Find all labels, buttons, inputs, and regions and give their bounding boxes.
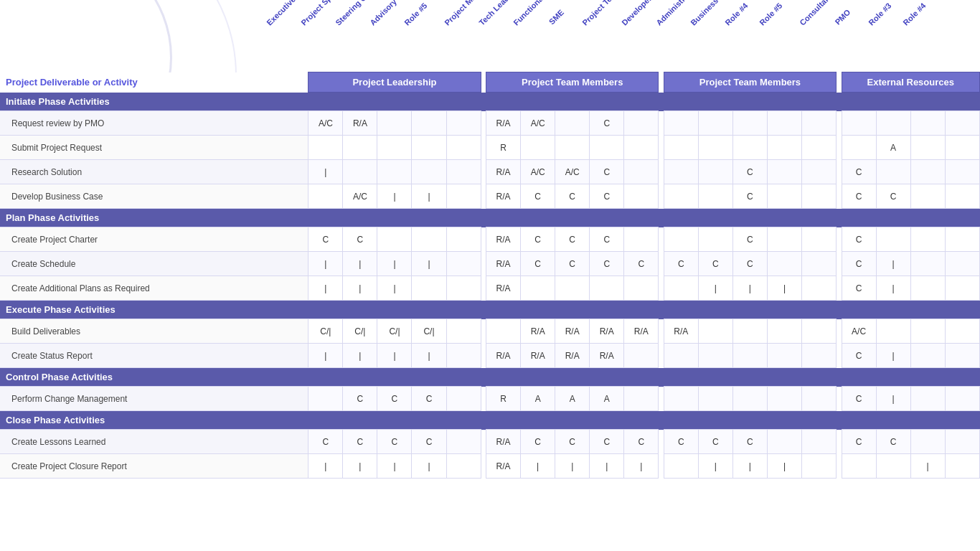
val-cell: | xyxy=(732,454,767,479)
sep xyxy=(837,252,842,276)
val-cell xyxy=(910,160,945,184)
val-cell: R/A xyxy=(486,184,521,209)
diagonal-header-row: Role Executive Sponsor Project Sponsor S… xyxy=(0,0,980,72)
val-cell: C xyxy=(732,184,767,209)
val-cell xyxy=(945,252,979,276)
sep xyxy=(837,184,842,209)
sep xyxy=(659,160,664,184)
sep xyxy=(659,184,664,209)
val-cell xyxy=(910,227,945,252)
group-leadership: Project Leadership xyxy=(308,72,481,93)
val-cell: | xyxy=(521,454,555,479)
phase-row-3: Control Phase Activities xyxy=(0,368,980,387)
sep xyxy=(659,227,664,252)
diag-col-18: Role #4 xyxy=(945,0,979,72)
val-cell xyxy=(590,276,624,301)
val-cell xyxy=(910,430,945,454)
phase-label-2: Execute Phase Activities xyxy=(0,301,980,319)
group-header-row: Project Deliverable or Activity Project … xyxy=(0,72,980,93)
val-cell xyxy=(446,430,481,454)
val-cell: C xyxy=(876,184,910,209)
val-cell: | xyxy=(624,454,659,479)
val-cell xyxy=(801,227,836,252)
table-row: Perform Change ManagementCCCRAAAC| xyxy=(0,387,980,411)
val-cell: | xyxy=(308,344,343,368)
val-cell xyxy=(910,319,945,344)
val-cell xyxy=(801,454,836,479)
val-cell: R/A xyxy=(590,319,624,344)
val-cell xyxy=(910,252,945,276)
sep xyxy=(837,160,842,184)
val-cell: | xyxy=(377,344,412,368)
phase-label-4: Close Phase Activities xyxy=(0,411,980,430)
val-cell xyxy=(664,387,698,411)
val-cell xyxy=(698,387,732,411)
val-cell: A/C xyxy=(343,184,377,209)
val-cell: C xyxy=(308,430,343,454)
val-cell: | xyxy=(876,252,910,276)
val-cell xyxy=(446,111,481,136)
table-row: Research Solution|R/AA/CA/CCCC xyxy=(0,160,980,184)
sep xyxy=(659,136,664,160)
activity-cell: Research Solution xyxy=(0,160,308,184)
val-cell: R/A xyxy=(624,319,659,344)
val-cell xyxy=(624,276,659,301)
val-cell: A/C xyxy=(555,160,590,184)
val-cell xyxy=(767,227,801,252)
val-cell xyxy=(698,344,732,368)
val-cell xyxy=(732,136,767,160)
val-cell xyxy=(732,344,767,368)
val-cell: C xyxy=(732,227,767,252)
val-cell: R/A xyxy=(486,227,521,252)
val-cell: C xyxy=(521,252,555,276)
val-cell: C xyxy=(732,252,767,276)
val-cell: C xyxy=(590,430,624,454)
val-cell: C xyxy=(308,227,343,252)
val-cell: | xyxy=(555,454,590,479)
val-cell: | xyxy=(732,276,767,301)
val-cell: R/A xyxy=(521,344,555,368)
val-cell: C xyxy=(842,160,876,184)
sep xyxy=(481,136,486,160)
val-cell xyxy=(842,136,876,160)
val-cell: | xyxy=(343,276,377,301)
activity-cell: Submit Project Request xyxy=(0,136,308,160)
val-cell: C/| xyxy=(343,319,377,344)
val-cell: C xyxy=(842,387,876,411)
table-row: Build DeliverablesC/|C/|C/|C/|R/AR/AR/AR… xyxy=(0,319,980,344)
phase-label-0: Initiate Phase Activities xyxy=(0,93,980,111)
val-cell xyxy=(801,184,836,209)
val-cell xyxy=(698,227,732,252)
val-cell: | xyxy=(412,344,446,368)
sep xyxy=(659,387,664,411)
sep xyxy=(481,430,486,454)
val-cell: C xyxy=(521,184,555,209)
val-cell xyxy=(767,387,801,411)
val-cell: R/A xyxy=(343,111,377,136)
phase-label-1: Plan Phase Activities xyxy=(0,209,980,227)
raci-table: Role Executive Sponsor Project Sponsor S… xyxy=(0,0,980,479)
val-cell xyxy=(555,276,590,301)
val-cell: R/A xyxy=(555,319,590,344)
val-cell xyxy=(698,184,732,209)
activity-cell: Create Schedule xyxy=(0,252,308,276)
val-cell xyxy=(732,111,767,136)
val-cell xyxy=(698,111,732,136)
val-cell xyxy=(910,344,945,368)
sep xyxy=(481,319,486,344)
val-cell: C xyxy=(377,430,412,454)
val-cell xyxy=(801,276,836,301)
val-cell: | xyxy=(698,276,732,301)
group-team2: Project Team Members xyxy=(664,72,836,93)
table-row: Request review by PMOA/CR/AR/AA/CC xyxy=(0,111,980,136)
val-cell xyxy=(446,319,481,344)
val-cell xyxy=(801,136,836,160)
val-cell: | xyxy=(308,454,343,479)
val-cell xyxy=(446,387,481,411)
val-cell xyxy=(377,227,412,252)
sep-gh-3 xyxy=(837,72,842,93)
sep xyxy=(659,319,664,344)
val-cell: A/C xyxy=(521,160,555,184)
val-cell xyxy=(801,387,836,411)
val-cell: A xyxy=(555,387,590,411)
